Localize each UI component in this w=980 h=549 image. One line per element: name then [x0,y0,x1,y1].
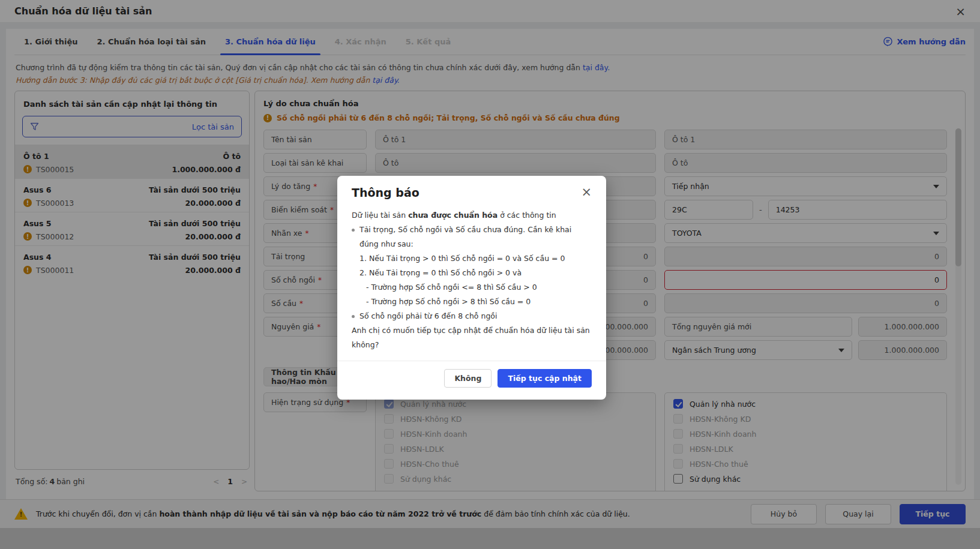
modal-intro: Dữ liệu tài sản chưa được chuẩn hóa ở cá… [352,208,592,223]
notification-modal: Thông báo × Dữ liệu tài sản chưa được ch… [337,176,606,400]
modal-body: Dữ liệu tài sản chưa được chuẩn hóa ở cá… [352,208,592,352]
modal-no-button[interactable]: Không [444,369,492,388]
bullet-icon [352,229,355,232]
modal-rule-2a: - Trường hợp Số chỗ ngồi <= 8 thì Số cầu… [352,280,592,295]
modal-rule-2b: - Trường hợp Số chỗ ngồi > 8 thì Số cầu … [352,295,592,309]
modal-bullet-2: Số chỗ ngồi phải từ 6 đến 8 chỗ ngồi [352,309,592,323]
modal-bullet-1: Tải trọng, Số chỗ ngồi và Số cầu chưa đú… [352,223,592,251]
modal-title: Thông báo [352,186,419,199]
modal-footer: Không Tiếp tục cập nhật [352,361,592,388]
modal-rule-2: 2. Nếu Tải trọng = 0 thì Số chỗ ngồi > 0… [352,266,592,280]
modal-close-icon[interactable]: × [581,186,592,199]
bullet-icon [352,315,355,318]
modal-continue-button[interactable]: Tiếp tục cập nhật [498,369,592,388]
modal-rule-1: 1. Nếu Tải trọng > 0 thì Số chỗ ngồi = 0… [352,251,592,266]
modal-question: Anh chị có muốn tiếp tục cập nhật để chu… [352,323,592,352]
modal-header: Thông báo × [352,186,592,199]
